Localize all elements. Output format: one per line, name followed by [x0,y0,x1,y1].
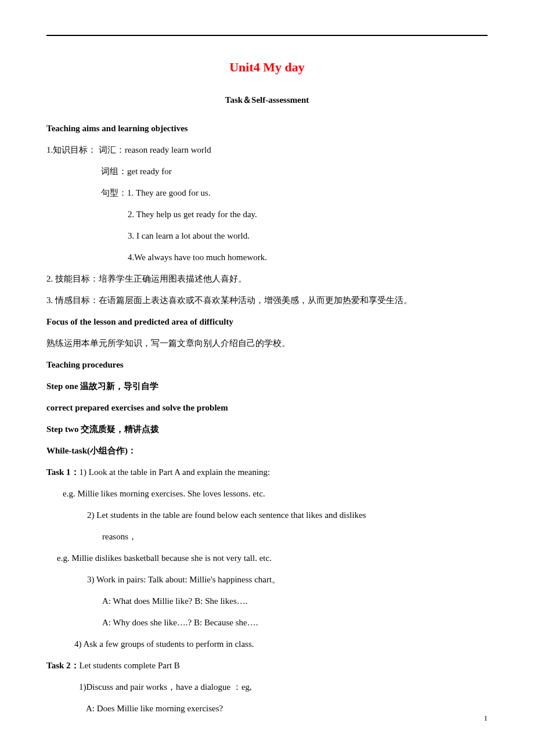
task1-2: 2) Let students in the table are found b… [46,506,488,525]
aim2: 2. 技能目标：培养学生正确运用图表描述他人喜好。 [46,269,488,289]
procedures-heading: Teaching procedures [46,355,488,375]
task1-line: Task 1：1) Look at the table in Part A an… [46,463,488,482]
task1-2b: reasons， [46,527,488,546]
task1-3b: A: Why does she like….? B: Because she…. [46,613,488,632]
task1-1: 1) Look at the table in Part A and expla… [80,467,270,477]
task2-1: 1)Discuss and pair works，have a dialogue… [46,678,488,697]
document-title: Unit4 My day [46,53,488,81]
while-task-heading: While-task(小组合作)： [46,441,488,460]
aim1-sentence2: 2. They help us get ready for the day. [46,205,488,224]
focus-body: 熟练运用本单元所学知识，写一篇文章向别人介绍自己的学校。 [46,334,488,353]
task1-3: 3) Work in pairs: Talk about: Millie's h… [46,570,488,589]
step2-heading: Step two 交流质疑，精讲点拨 [46,420,488,439]
task2-label: Task 2： [46,661,80,670]
aim1-phrase: 词组：get ready for [46,162,488,181]
aim3: 3. 情感目标：在语篇层面上表达喜欢或不喜欢某种活动，增强美感，从而更加热爱和享… [46,291,488,310]
aim1-sentence4: 4.We always have too much homework. [46,248,488,267]
aims-heading: Teaching aims and learning objectives [46,119,488,138]
document-subtitle: Task＆Self-assessment [46,91,488,110]
aim1-vocab: 1.知识目标： 词汇：reason ready learn world [46,141,488,160]
task1-label: Task 1： [46,467,80,477]
page-number: 1 [484,710,488,727]
task1-eg2: e.g. Millie dislikes basketball because … [46,549,488,568]
aim1-sentence3: 3. I can learn a lot about the world. [46,226,488,246]
task2-line: Task 2：Let students complete Part B [46,656,488,675]
task2-body: Let students complete Part B [80,661,180,670]
step1-heading: Step one 温故习新，导引自学 [46,377,488,396]
top-border [46,35,488,36]
task2-1a: A: Does Millie like morning exercises? [46,699,488,718]
step1-body: correct prepared exercises and solve the… [46,398,488,417]
task1-3a: A: What does Millie like? B: She likes…. [46,592,488,611]
focus-heading: Focus of the lesson and predicted area o… [46,312,488,332]
task1-4: 4) Ask a few groups of students to perfo… [46,635,488,654]
task1-eg1: e.g. Millie likes morning exercises. She… [46,484,488,503]
aim1-sentence-label: 句型：1. They are good for us. [46,183,488,203]
